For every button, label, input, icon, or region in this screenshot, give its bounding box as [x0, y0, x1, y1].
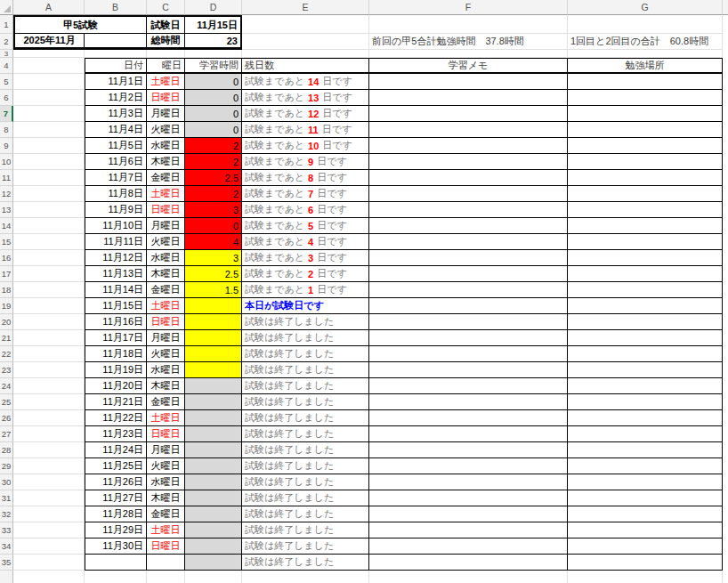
- memo-cell[interactable]: [369, 186, 568, 202]
- place-cell[interactable]: [568, 442, 723, 458]
- date-cell[interactable]: 11月10日: [85, 218, 147, 234]
- row-header-13[interactable]: 13: [0, 202, 13, 218]
- remaining-cell[interactable]: 試験は終了しました: [242, 538, 369, 555]
- cell-a4[interactable]: [13, 58, 85, 74]
- cell-c36[interactable]: [147, 571, 185, 583]
- remaining-cell[interactable]: 試験は終了しました: [242, 346, 369, 362]
- date-cell[interactable]: 11月15日: [85, 298, 147, 314]
- day-cell[interactable]: 日曜日: [147, 202, 185, 218]
- memo-column-header[interactable]: 学習メモ: [369, 58, 568, 74]
- place-cell[interactable]: [568, 170, 723, 186]
- row-header-26[interactable]: 26: [0, 410, 13, 426]
- exam-title-cell[interactable]: 甲5試験: [13, 15, 147, 34]
- cell-a33[interactable]: [13, 522, 85, 538]
- hours-cell[interactable]: [185, 298, 242, 314]
- remaining-cell[interactable]: 試験は終了しました: [242, 394, 369, 410]
- cell-a32[interactable]: [13, 506, 85, 522]
- row-header-23[interactable]: 23: [0, 362, 13, 378]
- day-cell[interactable]: 火曜日: [147, 122, 185, 138]
- row-header-34[interactable]: 34: [0, 538, 13, 555]
- row-header-28[interactable]: 28: [0, 442, 13, 458]
- place-cell[interactable]: [568, 426, 723, 442]
- cell-a3[interactable]: [13, 50, 85, 58]
- memo-cell[interactable]: [369, 555, 568, 571]
- remaining-cell[interactable]: 試験は終了しました: [242, 458, 369, 474]
- row-header-25[interactable]: 25: [0, 394, 13, 410]
- row-header-12[interactable]: 12: [0, 186, 13, 202]
- day-cell[interactable]: 月曜日: [147, 218, 185, 234]
- row-header-7[interactable]: 7: [0, 106, 13, 122]
- cell-a28[interactable]: [13, 442, 85, 458]
- cell-a26[interactable]: [13, 410, 85, 426]
- hours-cell[interactable]: [185, 410, 242, 426]
- date-cell[interactable]: 11月9日: [85, 202, 147, 218]
- exam-date-label-cell[interactable]: 試験日: [147, 15, 185, 34]
- row-header-5[interactable]: 5: [0, 74, 13, 90]
- date-cell[interactable]: 11月14日: [85, 282, 147, 298]
- day-cell[interactable]: 土曜日: [147, 522, 185, 538]
- day-cell[interactable]: 土曜日: [147, 74, 185, 90]
- cell-a17[interactable]: [13, 266, 85, 282]
- row-header-24[interactable]: 24: [0, 378, 13, 394]
- remaining-cell[interactable]: 試験まであと 3 日です: [242, 250, 369, 266]
- remaining-cell[interactable]: 試験まであと 4 日です: [242, 234, 369, 250]
- cell-a27[interactable]: [13, 426, 85, 442]
- hours-cell[interactable]: 0: [185, 106, 242, 122]
- memo-cell[interactable]: [369, 394, 568, 410]
- place-cell[interactable]: [568, 490, 723, 506]
- memo-cell[interactable]: [369, 362, 568, 378]
- date-cell[interactable]: 11月25日: [85, 458, 147, 474]
- row-header-30[interactable]: 30: [0, 474, 13, 490]
- hours-cell[interactable]: [185, 346, 242, 362]
- day-cell[interactable]: 火曜日: [147, 234, 185, 250]
- cell-g1[interactable]: [568, 15, 723, 34]
- total-value-cell[interactable]: 23: [185, 34, 242, 50]
- remaining-cell[interactable]: 試験は終了しました: [242, 410, 369, 426]
- memo-cell[interactable]: [369, 90, 568, 106]
- remaining-cell[interactable]: 試験まであと 2 日です: [242, 266, 369, 282]
- place-cell[interactable]: [568, 282, 723, 298]
- hours-cell[interactable]: [185, 522, 242, 538]
- remaining-cell[interactable]: 試験まであと 13 日です: [242, 90, 369, 106]
- column-header-c[interactable]: C: [147, 0, 185, 15]
- date-cell[interactable]: 11月17日: [85, 330, 147, 346]
- remaining-cell[interactable]: 試験は終了しました: [242, 378, 369, 394]
- memo-cell[interactable]: [369, 74, 568, 90]
- cell-a13[interactable]: [13, 202, 85, 218]
- cell-f3[interactable]: [369, 50, 568, 58]
- cell-a10[interactable]: [13, 154, 85, 170]
- hours-cell[interactable]: 0: [185, 90, 242, 106]
- hours-cell[interactable]: [185, 458, 242, 474]
- place-cell[interactable]: [568, 90, 723, 106]
- cell-g3[interactable]: [568, 50, 723, 58]
- row-header-33[interactable]: 33: [0, 522, 13, 538]
- place-cell[interactable]: [568, 202, 723, 218]
- remaining-cell[interactable]: 試験まであと 14 日です: [242, 74, 369, 90]
- memo-cell[interactable]: [369, 426, 568, 442]
- day-cell[interactable]: 日曜日: [147, 538, 185, 555]
- hours-cell[interactable]: 2: [185, 186, 242, 202]
- column-header-a[interactable]: A: [13, 0, 85, 15]
- memo-cell[interactable]: [369, 410, 568, 426]
- cell-a20[interactable]: [13, 314, 85, 330]
- date-cell[interactable]: 11月5日: [85, 138, 147, 154]
- cell-b3[interactable]: [85, 50, 147, 58]
- hours-cell[interactable]: [185, 426, 242, 442]
- cell-a29[interactable]: [13, 458, 85, 474]
- memo-cell[interactable]: [369, 282, 568, 298]
- cell-a25[interactable]: [13, 394, 85, 410]
- remaining-cell[interactable]: 試験まであと 9 日です: [242, 154, 369, 170]
- column-header-d[interactable]: D: [185, 0, 242, 15]
- cell-a6[interactable]: [13, 90, 85, 106]
- remaining-cell[interactable]: 試験は終了しました: [242, 442, 369, 458]
- day-cell[interactable]: 火曜日: [147, 458, 185, 474]
- date-cell[interactable]: 11月16日: [85, 314, 147, 330]
- day-cell[interactable]: 月曜日: [147, 442, 185, 458]
- day-cell[interactable]: 水曜日: [147, 138, 185, 154]
- row-header-17[interactable]: 17: [0, 266, 13, 282]
- hours-cell[interactable]: [185, 314, 242, 330]
- hours-cell[interactable]: 0: [185, 122, 242, 138]
- place-cell[interactable]: [568, 378, 723, 394]
- memo-cell[interactable]: [369, 346, 568, 362]
- day-cell[interactable]: 土曜日: [147, 298, 185, 314]
